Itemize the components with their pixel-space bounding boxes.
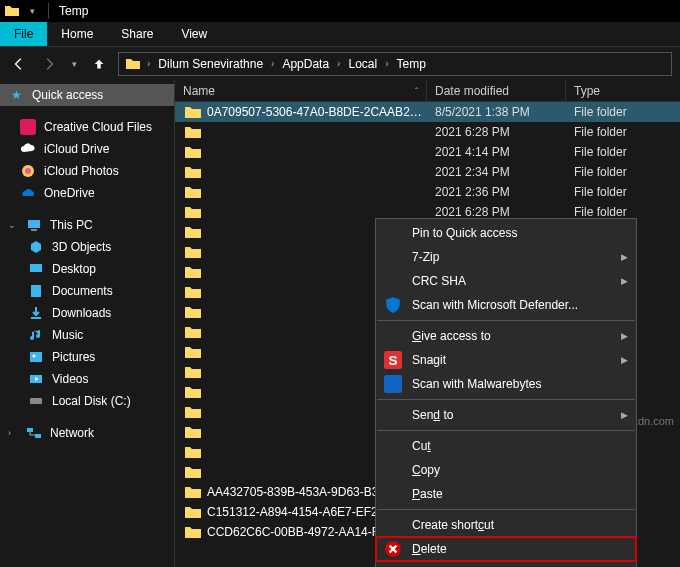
sidebar-item[interactable]: 3D Objects (0, 236, 174, 258)
down-arrow-icon[interactable]: ▾ (24, 3, 40, 19)
back-button[interactable] (8, 53, 30, 75)
sidebar-item[interactable]: Pictures (0, 346, 174, 368)
sidebar-item[interactable]: iCloud Photos (0, 160, 174, 182)
file-row[interactable]: 2021 2:34 PMFile folder (175, 162, 680, 182)
menu-label: Copy (412, 463, 608, 477)
tab-home[interactable]: Home (47, 22, 107, 46)
icon (20, 185, 36, 201)
sidebar-label: Pictures (52, 350, 95, 364)
sidebar-network[interactable]: › Network (0, 422, 174, 444)
chevron-right-icon: ▶ (621, 252, 628, 262)
snagit-icon: S (384, 351, 402, 369)
sidebar-item[interactable]: Desktop (0, 258, 174, 280)
sidebar-item[interactable]: Creative Cloud Files (0, 116, 174, 138)
file-tab[interactable]: File (0, 22, 47, 46)
blank-icon (384, 272, 402, 290)
svg-text:S: S (388, 353, 397, 368)
menu-item-rename[interactable]: Rename (376, 561, 636, 567)
svg-rect-5 (30, 264, 42, 272)
menu-item-scan-with-malwarebytes[interactable]: Scan with Malwarebytes (376, 372, 636, 396)
chevron-right-icon: ▶ (621, 276, 628, 286)
sidebar-item[interactable]: Music (0, 324, 174, 346)
sidebar-label: Music (52, 328, 83, 342)
menu-label: 7-Zip (412, 250, 608, 264)
up-button[interactable] (88, 53, 110, 75)
sidebar-item[interactable]: Documents (0, 280, 174, 302)
menu-item-create-shortcut[interactable]: Create shortcut (376, 513, 636, 537)
menu-item--zip[interactable]: 7-Zip▶ (376, 245, 636, 269)
file-row[interactable]: 0A709507-5306-47A0-B8DE-2CAAB298D4…8/5/2… (175, 102, 680, 122)
recent-dropdown[interactable]: ▾ (68, 53, 80, 75)
chevron-right-icon[interactable]: › (8, 428, 18, 438)
icon (28, 393, 44, 409)
svg-rect-7 (30, 352, 42, 362)
menu-item-delete[interactable]: Delete (376, 537, 636, 561)
svg-rect-10 (30, 398, 42, 404)
crumb[interactable]: AppData (280, 57, 331, 71)
file-row[interactable]: 2021 6:28 PMFile folder (175, 122, 680, 142)
icon (20, 141, 36, 157)
menu-label: Cut (412, 439, 608, 453)
sidebar-label: This PC (50, 218, 93, 232)
sidebar-item[interactable]: Local Disk (C:) (0, 390, 174, 412)
file-date: 2021 6:28 PM (427, 125, 566, 139)
chevron-down-icon[interactable]: ⌄ (8, 220, 18, 230)
svg-rect-3 (28, 220, 40, 228)
blank-icon (384, 224, 402, 242)
file-row[interactable]: 2021 2:36 PMFile folder (175, 182, 680, 202)
crumb[interactable]: Local (346, 57, 379, 71)
crumb[interactable]: Temp (394, 57, 427, 71)
blank-icon (384, 327, 402, 345)
sidebar-item[interactable]: iCloud Drive (0, 138, 174, 160)
menu-item-paste[interactable]: Paste (376, 482, 636, 506)
icon (28, 261, 44, 277)
sidebar-label: Quick access (32, 88, 103, 102)
icon (20, 163, 36, 179)
menu-item-pin-to-quick-access[interactable]: Pin to Quick access (376, 221, 636, 245)
sidebar-quick-access[interactable]: ★ Quick access (0, 84, 174, 106)
menu-item-crc-sha[interactable]: CRC SHA▶ (376, 269, 636, 293)
col-name[interactable]: Nameˆ (175, 80, 427, 101)
menu-label: Send to (412, 408, 608, 422)
sidebar-label: Videos (52, 372, 88, 386)
menu-item-give-access-to[interactable]: Give access to▶ (376, 324, 636, 348)
file-date: 8/5/2021 1:38 PM (427, 105, 566, 119)
menu-item-copy[interactable]: Copy (376, 458, 636, 482)
menu-item-scan-with-microsoft-defender-[interactable]: Scan with Microsoft Defender... (376, 293, 636, 317)
icon (28, 349, 44, 365)
svg-point-8 (33, 355, 36, 358)
tab-share[interactable]: Share (107, 22, 167, 46)
sidebar-item[interactable]: OneDrive (0, 182, 174, 204)
col-date[interactable]: Date modified (427, 80, 566, 101)
sidebar-label: iCloud Drive (44, 142, 109, 156)
context-menu: Pin to Quick access7-Zip▶CRC SHA▶Scan wi… (375, 218, 637, 567)
sidebar-item[interactable]: Videos (0, 368, 174, 390)
sidebar-this-pc[interactable]: ⌄ This PC (0, 214, 174, 236)
file-row[interactable]: 2021 4:14 PMFile folder (175, 142, 680, 162)
tab-view[interactable]: View (167, 22, 221, 46)
col-type[interactable]: Type (566, 80, 680, 101)
file-type: File folder (566, 125, 627, 139)
menu-item-cut[interactable]: Cut (376, 434, 636, 458)
sidebar-label: iCloud Photos (44, 164, 119, 178)
breadcrumb[interactable]: › Dilum Senevirathne › AppData › Local ›… (118, 52, 672, 76)
sidebar-label: OneDrive (44, 186, 95, 200)
sidebar-item[interactable]: Downloads (0, 302, 174, 324)
menu-item-snagit[interactable]: SSnagit▶ (376, 348, 636, 372)
chevron-right-icon[interactable]: › (145, 58, 152, 69)
column-headers[interactable]: Nameˆ Date modified Type (175, 80, 680, 102)
forward-button[interactable] (38, 53, 60, 75)
window-title: Temp (59, 4, 88, 18)
svg-rect-15 (384, 375, 402, 393)
ribbon: File Home Share View (0, 22, 680, 46)
chevron-right-icon: ▶ (621, 355, 628, 365)
menu-item-send-to[interactable]: Send to▶ (376, 403, 636, 427)
sidebar: ★ Quick access Creative Cloud FilesiClou… (0, 80, 175, 567)
chevron-right-icon[interactable]: › (335, 58, 342, 69)
chevron-right-icon[interactable]: › (383, 58, 390, 69)
file-pane: Nameˆ Date modified Type 0A709507-5306-4… (175, 80, 680, 567)
file-date: 2021 2:36 PM (427, 185, 566, 199)
chevron-right-icon[interactable]: › (269, 58, 276, 69)
menu-label: Scan with Malwarebytes (412, 377, 608, 391)
crumb[interactable]: Dilum Senevirathne (156, 57, 265, 71)
